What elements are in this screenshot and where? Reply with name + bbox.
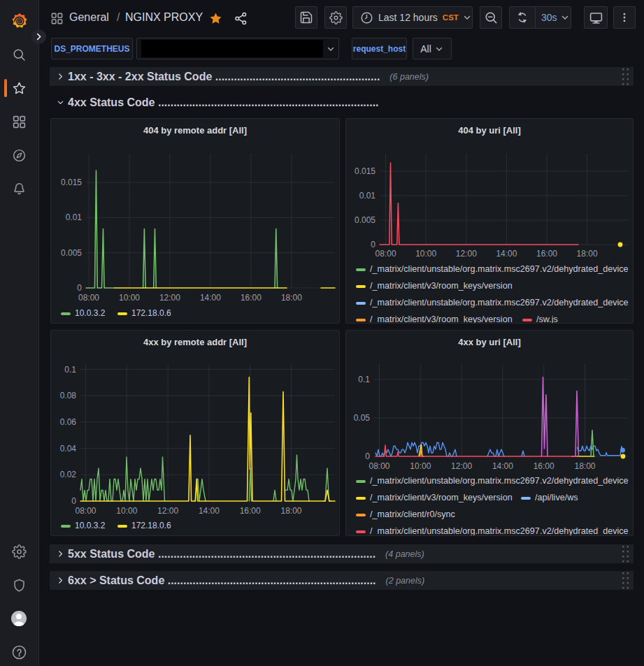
svg-text:0.015: 0.015 [61, 178, 82, 187]
svg-text:18:00: 18:00 [281, 293, 302, 303]
svg-text:0.1: 0.1 [358, 375, 370, 384]
svg-text:08:00: 08:00 [78, 293, 99, 303]
svg-text:0.1: 0.1 [64, 365, 76, 375]
svg-text:0.01: 0.01 [359, 191, 376, 201]
svg-text:14:00: 14:00 [200, 293, 221, 303]
svg-text:0.06: 0.06 [60, 417, 77, 427]
svg-text:0.005: 0.005 [61, 248, 82, 258]
svg-text:18:00: 18:00 [574, 461, 595, 471]
svg-text:0: 0 [71, 496, 76, 506]
svg-text:16:00: 16:00 [534, 461, 554, 471]
svg-text:0.04: 0.04 [60, 444, 77, 454]
svg-text:10:00: 10:00 [415, 249, 436, 259]
svg-text:16:00: 16:00 [536, 249, 557, 259]
svg-text:0.02: 0.02 [60, 470, 77, 479]
svg-text:12:00: 12:00 [157, 506, 178, 516]
svg-text:0.05: 0.05 [354, 413, 371, 423]
svg-text:16:00: 16:00 [241, 293, 262, 303]
svg-text:18:00: 18:00 [280, 506, 301, 516]
svg-text:14:00: 14:00 [492, 461, 513, 471]
svg-text:12:00: 12:00 [159, 293, 180, 303]
svg-text:0.08: 0.08 [60, 391, 77, 400]
svg-text:0: 0 [371, 240, 375, 249]
svg-text:0.005: 0.005 [355, 215, 375, 225]
svg-text:08:00: 08:00 [75, 506, 96, 516]
svg-text:12:00: 12:00 [456, 249, 477, 259]
svg-text:08:00: 08:00 [368, 461, 389, 471]
svg-text:08:00: 08:00 [375, 249, 396, 259]
svg-text:10:00: 10:00 [119, 293, 140, 303]
svg-text:18:00: 18:00 [577, 249, 598, 259]
svg-text:0.015: 0.015 [355, 166, 375, 176]
svg-text:0: 0 [77, 283, 82, 293]
svg-text:14:00: 14:00 [199, 506, 220, 516]
svg-text:0.01: 0.01 [66, 212, 83, 222]
svg-text:0: 0 [365, 451, 370, 461]
svg-text:12:00: 12:00 [451, 461, 472, 471]
svg-text:10:00: 10:00 [410, 461, 431, 471]
svg-text:14:00: 14:00 [496, 249, 517, 259]
svg-text:10:00: 10:00 [116, 506, 137, 516]
svg-text:16:00: 16:00 [240, 506, 261, 516]
